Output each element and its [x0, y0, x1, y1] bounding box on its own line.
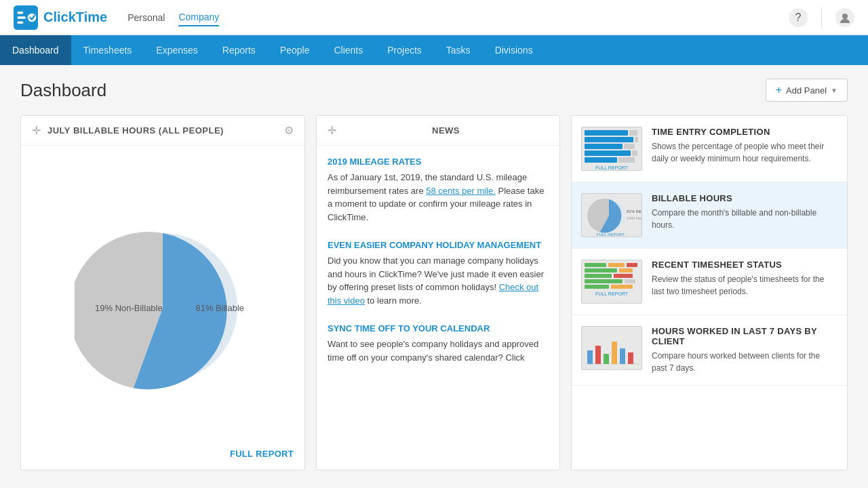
hours-client-svg — [582, 327, 642, 370]
hours-client-thumbnail — [581, 326, 642, 370]
panel-item-billable[interactable]: 81% Billa... 19% Non... FULL REPORT BILL… — [572, 182, 847, 249]
user-avatar-icon — [839, 12, 851, 24]
news-item-holiday: EVEN EASIER COMPANY HOLIDAY MANAGEMENT D… — [328, 240, 549, 307]
page-title: Dashboard — [20, 80, 106, 101]
top-nav: Personal Company — [127, 9, 219, 26]
drag-icon[interactable]: ✛ — [32, 124, 41, 137]
nav-expenses[interactable]: Expenses — [144, 35, 210, 65]
top-right-icons: ? — [789, 7, 854, 28]
logo-icon — [14, 5, 38, 30]
news-panel-header: ✛ NEWS — [317, 116, 559, 146]
mileage-link[interactable]: 58 cents per mile. — [426, 186, 496, 196]
nav-reports[interactable]: Reports — [210, 35, 268, 65]
billable-panel-body: 19% Non-Billable 81% Billable FULL REPOR… — [21, 146, 304, 470]
svg-text:FULL REPORT: FULL REPORT — [597, 232, 625, 237]
panel-item-hours-by-client[interactable]: HOURS WORKED IN LAST 7 DAYS BY CLIENT Co… — [572, 315, 847, 386]
panel-add-list: FULL REPORT TIME ENTRY COMPLETION Shows … — [571, 115, 848, 470]
news-holiday-text: Did you know that you can manage company… — [328, 254, 549, 307]
svg-rect-17 — [628, 352, 633, 364]
billable-info: BILLABLE HOURS Compare the month's billa… — [652, 193, 837, 231]
svg-text:81% Billa...: 81% Billa... — [627, 209, 642, 214]
hours-client-info: HOURS WORKED IN LAST 7 DAYS BY CLIENT Co… — [652, 326, 837, 374]
svg-rect-15 — [612, 342, 617, 364]
svg-text:19% Non...: 19% Non... — [627, 216, 642, 220]
settings-gear-icon[interactable]: ⚙ — [284, 124, 294, 137]
billable-panel-title: JULY BILLABLE HOURS (ALL PEOPLE) — [47, 125, 224, 136]
add-panel-label: Add Panel — [786, 85, 827, 96]
help-icon[interactable]: ? — [789, 8, 808, 27]
nav-divisions[interactable]: Divisions — [483, 35, 545, 65]
svg-rect-13 — [595, 346, 601, 364]
news-calendar-text: Want to see people's company holidays an… — [328, 338, 549, 364]
news-body: 2019 MILEAGE RATES As of January 1st, 20… — [317, 146, 559, 470]
panel-item-timesheet-status[interactable]: FULL REPORT RECENT TIMESHEET STATUS Revi… — [572, 249, 847, 315]
time-entry-desc: Shows the percentage of people who meet … — [652, 140, 837, 165]
news-item-calendar-sync: SYNC TIME OFF TO YOUR CALENDAR Want to s… — [328, 323, 549, 364]
page-header: Dashboard + Add Panel ▼ — [20, 79, 848, 102]
time-entry-title: TIME ENTRY COMPLETION — [652, 127, 837, 137]
svg-rect-1 — [17, 12, 23, 14]
news-holiday-title[interactable]: EVEN EASIER COMPANY HOLIDAY MANAGEMENT — [328, 240, 549, 250]
svg-rect-2 — [17, 16, 26, 19]
full-report-link[interactable]: FULL REPORT — [230, 449, 294, 459]
billable-thumb-svg: 81% Billa... 19% Non... FULL REPORT — [582, 194, 642, 237]
nav-tasks[interactable]: Tasks — [434, 35, 483, 65]
time-entry-info: TIME ENTRY COMPLETION Shows the percenta… — [652, 127, 837, 165]
add-panel-button[interactable]: + Add Panel ▼ — [766, 79, 848, 102]
panel-header-left: ✛ JULY BILLABLE HOURS (ALL PEOPLE) — [32, 124, 224, 137]
dropdown-arrow-icon: ▼ — [831, 87, 837, 94]
timesheet-status-thumbnail: FULL REPORT — [581, 260, 642, 304]
billable-hours-title: BILLABLE HOURS — [652, 193, 837, 203]
timesheet-status-desc: Review the status of people's timesheets… — [652, 273, 837, 298]
billable-hours-panel: ✛ JULY BILLABLE HOURS (ALL PEOPLE) ⚙ — [20, 115, 305, 470]
user-icon[interactable] — [835, 8, 854, 27]
news-holiday-text-after: to learn more. — [365, 296, 422, 306]
billable-panel-header: ✛ JULY BILLABLE HOURS (ALL PEOPLE) ⚙ — [21, 116, 304, 146]
panel-item-time-entry[interactable]: FULL REPORT TIME ENTRY COMPLETION Shows … — [572, 116, 847, 182]
svg-point-5 — [842, 14, 848, 19]
logo-text: ClickTime — [43, 9, 107, 25]
news-mileage-text: As of January 1st, 2019, the standard U.… — [328, 171, 549, 224]
nonbillable-label: 19% Non-Billable — [95, 303, 163, 313]
svg-point-4 — [28, 13, 37, 22]
timesheet-status-title: RECENT TIMESHEET STATUS — [652, 260, 837, 270]
news-item-mileage: 2019 MILEAGE RATES As of January 1st, 20… — [328, 157, 549, 224]
news-calendar-title[interactable]: SYNC TIME OFF TO YOUR CALENDAR — [328, 323, 549, 333]
main-content: Dashboard + Add Panel ▼ ✛ JULY BILLABLE … — [0, 65, 868, 488]
nav-clients[interactable]: Clients — [321, 35, 375, 65]
pie-chart: 19% Non-Billable 81% Billable — [75, 220, 251, 396]
plus-icon: + — [776, 84, 782, 96]
news-drag-icon[interactable]: ✛ — [328, 124, 336, 137]
news-panel-title: NEWS — [343, 125, 549, 136]
svg-rect-12 — [587, 350, 593, 364]
top-bar: ClickTime Personal Company ? — [0, 0, 868, 35]
news-mileage-title[interactable]: 2019 MILEAGE RATES — [328, 157, 549, 167]
billable-thumbnail: 81% Billa... 19% Non... FULL REPORT — [581, 193, 642, 237]
secondary-nav: Dashboard Timesheets Expenses Reports Pe… — [0, 35, 868, 65]
panels-container: ✛ JULY BILLABLE HOURS (ALL PEOPLE) ⚙ — [20, 115, 848, 470]
svg-rect-3 — [17, 21, 23, 24]
billable-label: 81% Billable — [195, 303, 244, 313]
nav-dashboard[interactable]: Dashboard — [0, 35, 71, 65]
hours-client-desc: Compare hours worked between clients for… — [652, 350, 837, 374]
logo[interactable]: ClickTime — [14, 5, 107, 30]
divider — [821, 7, 822, 28]
nav-company[interactable]: Company — [178, 9, 219, 26]
svg-rect-14 — [604, 354, 609, 364]
nav-personal[interactable]: Personal — [127, 9, 165, 26]
svg-rect-16 — [620, 348, 625, 364]
nav-timesheets[interactable]: Timesheets — [71, 35, 144, 65]
news-panel: ✛ NEWS 2019 MILEAGE RATES As of January … — [316, 115, 560, 470]
hours-client-title: HOURS WORKED IN LAST 7 DAYS BY CLIENT — [652, 326, 837, 346]
timesheet-status-info: RECENT TIMESHEET STATUS Review the statu… — [652, 260, 837, 298]
time-entry-thumbnail: FULL REPORT — [581, 127, 642, 171]
billable-hours-desc: Compare the month's billable and non-bil… — [652, 207, 837, 231]
nav-projects[interactable]: Projects — [375, 35, 434, 65]
nav-people[interactable]: People — [268, 35, 322, 65]
